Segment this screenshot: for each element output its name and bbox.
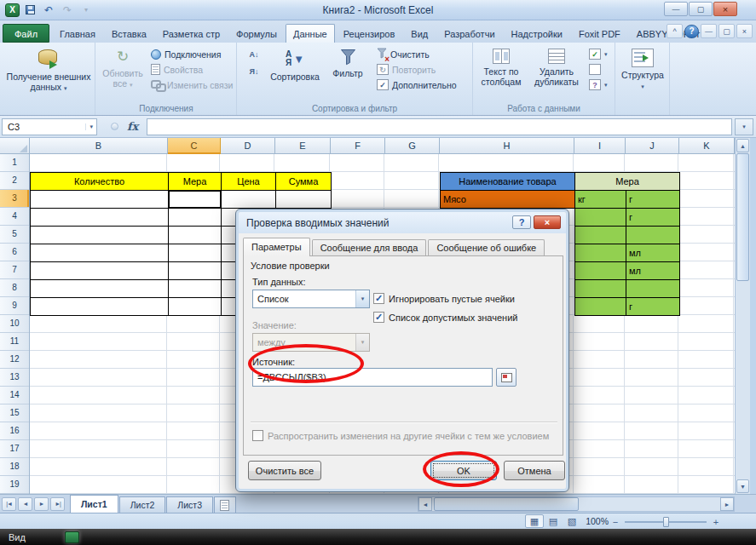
ribbon-tab-5[interactable]: Формулы: [228, 24, 285, 43]
zoom-level[interactable]: 100%: [586, 516, 609, 526]
cell-C5[interactable]: [168, 226, 222, 244]
cell-J6[interactable]: мл: [626, 244, 680, 262]
taskbar-excel-icon[interactable]: [65, 531, 79, 543]
cell-D2[interactable]: Цена: [221, 172, 276, 191]
data-type-combobox[interactable]: Список ▾: [252, 290, 370, 308]
name-box-dropdown-icon[interactable]: ▾: [85, 123, 96, 130]
scroll-down-button[interactable]: ▼: [736, 479, 749, 493]
what-if-analysis-button[interactable]: ?▾: [587, 77, 613, 92]
row-header-19[interactable]: 19: [0, 476, 29, 494]
row-header-4[interactable]: 4: [0, 208, 29, 226]
column-header-J[interactable]: J: [626, 138, 679, 154]
zoom-track[interactable]: [625, 521, 707, 523]
zoom-thumb[interactable]: [663, 517, 669, 527]
normal-view-button[interactable]: ▦: [525, 514, 544, 528]
clear-all-button[interactable]: Очистить все: [248, 461, 321, 480]
cell-J4[interactable]: г: [626, 208, 680, 227]
scroll-left-button[interactable]: ◄: [418, 497, 432, 511]
row-header-12[interactable]: 12: [0, 351, 29, 369]
consolidate-button[interactable]: [587, 62, 613, 77]
cell-B9[interactable]: [30, 297, 169, 316]
row-header-9[interactable]: 9: [0, 297, 29, 315]
cell-C8[interactable]: [168, 279, 222, 298]
cell-J7[interactable]: мл: [626, 261, 680, 280]
row-header-2[interactable]: 2: [0, 172, 29, 190]
workbook-minimize-button[interactable]: —: [701, 24, 717, 38]
apply-all-checkbox[interactable]: Распространить изменения на другие ячейк…: [252, 430, 549, 441]
column-header-G[interactable]: G: [385, 138, 440, 154]
qat-customize-button[interactable]: ▾: [78, 3, 95, 18]
column-header-F[interactable]: F: [331, 138, 385, 154]
row-header-14[interactable]: 14: [0, 387, 29, 404]
row-header-1[interactable]: 1: [0, 154, 29, 172]
cancel-button[interactable]: Отмена: [504, 461, 565, 480]
advanced-filter-button[interactable]: ✓Дополнительно: [375, 77, 470, 92]
first-sheet-button[interactable]: |◄: [2, 497, 16, 511]
row-header-15[interactable]: 15: [0, 404, 29, 422]
dialog-tab-input-message[interactable]: Сообщение для ввода: [312, 239, 427, 256]
cell-B7[interactable]: [30, 261, 169, 280]
column-header-B[interactable]: B: [30, 138, 168, 154]
get-external-data-button[interactable]: Получение внешних данных ▾: [5, 45, 92, 112]
column-header-D[interactable]: D: [221, 138, 275, 154]
cell-I7[interactable]: [574, 261, 626, 280]
ribbon-tab-6[interactable]: Данные: [286, 24, 335, 43]
close-button[interactable]: ×: [713, 2, 737, 16]
cell-B8[interactable]: [30, 279, 169, 298]
help-icon[interactable]: ?: [684, 25, 699, 38]
properties-button[interactable]: Свойства: [149, 62, 234, 77]
dialog-help-button[interactable]: ?: [512, 215, 531, 229]
ribbon-tab-1[interactable]: Файл: [3, 24, 49, 43]
text-to-columns-button[interactable]: Текст по столбцам: [475, 45, 528, 98]
cell-C2[interactable]: Мера: [168, 172, 222, 191]
workbook-restore-button[interactable]: ▢: [718, 24, 735, 38]
ok-button[interactable]: OK: [430, 461, 497, 480]
structure-button[interactable]: Структура ▾: [618, 45, 667, 112]
cell-I6[interactable]: [574, 244, 626, 262]
sheet-tab-3[interactable]: Лист3: [166, 496, 213, 513]
cell-H3[interactable]: Мясо: [440, 190, 575, 209]
sort-desc-button[interactable]: Я↓: [242, 64, 264, 78]
previous-sheet-button[interactable]: ◄: [18, 497, 32, 511]
cell-I3[interactable]: кг: [574, 190, 626, 209]
sheet-tab-1[interactable]: Лист1: [70, 495, 118, 513]
horizontal-scroll-thumb[interactable]: [434, 497, 579, 511]
ribbon-tab-8[interactable]: Вид: [403, 24, 436, 43]
page-layout-view-button[interactable]: ▤: [544, 514, 563, 528]
last-sheet-button[interactable]: ►|: [50, 497, 65, 511]
zoom-in-icon[interactable]: +: [712, 517, 720, 527]
cell-E2[interactable]: Сумма: [275, 172, 332, 191]
combo-arrow-icon[interactable]: ▾: [355, 290, 369, 307]
cell-J3[interactable]: г: [626, 190, 680, 209]
ribbon-tab-2[interactable]: Главная: [52, 24, 103, 43]
dialog-tab-error-alert[interactable]: Сообщение об ошибке: [428, 239, 545, 256]
cell-H2[interactable]: Наименование товара: [440, 172, 575, 191]
fill-handle[interactable]: [219, 206, 222, 209]
sort-button[interactable]: АЯ▼ Сортировка: [268, 45, 322, 98]
column-header-C[interactable]: C: [168, 138, 221, 154]
redo-button[interactable]: ↷: [59, 3, 76, 18]
dialog-close-button[interactable]: ×: [534, 215, 561, 229]
zoom-slider[interactable]: − +: [611, 515, 720, 528]
vertical-scrollbar[interactable]: ▲ ▼: [735, 138, 750, 494]
row-header-16[interactable]: 16: [0, 422, 29, 440]
row-header-6[interactable]: 6: [0, 244, 29, 261]
row-header-3[interactable]: 3: [0, 190, 29, 208]
ribbon-tab-10[interactable]: Надстройки: [504, 24, 570, 43]
ribbon-tab-4[interactable]: Разметка стр: [155, 24, 228, 43]
page-break-view-button[interactable]: ▧: [563, 514, 581, 528]
cell-D3[interactable]: [221, 190, 276, 209]
scroll-up-button[interactable]: ▲: [736, 139, 749, 152]
filter-button[interactable]: Фильтр: [324, 45, 372, 98]
column-header-K[interactable]: K: [679, 138, 735, 154]
cell-J8[interactable]: [626, 279, 680, 298]
save-button[interactable]: [21, 3, 38, 18]
row-header-18[interactable]: 18: [0, 458, 29, 476]
row-header-5[interactable]: 5: [0, 226, 29, 244]
clear-filter-button[interactable]: ×Очистить: [375, 47, 470, 61]
selected-cell-C3[interactable]: [168, 190, 222, 209]
cell-E3[interactable]: [275, 190, 332, 209]
ribbon-tab-7[interactable]: Рецензиров: [336, 24, 403, 43]
source-input[interactable]: =ДВССЫЛ($B3): [252, 368, 493, 387]
sheet-tab-2[interactable]: Лист2: [119, 496, 166, 513]
